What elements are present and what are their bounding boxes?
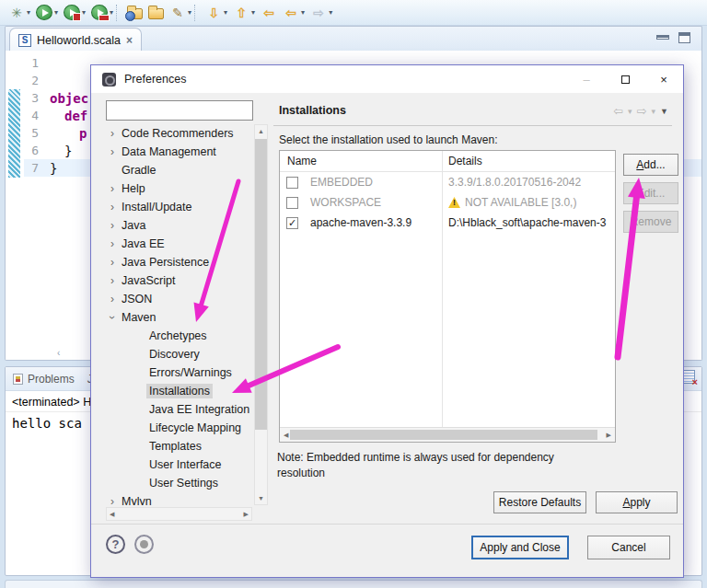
run-icon[interactable] <box>33 2 61 24</box>
tree-item[interactable]: Installations <box>106 382 253 400</box>
column-details[interactable]: Details <box>442 155 482 167</box>
history-forward-caret-icon[interactable]: ▾ <box>652 107 656 116</box>
dropdown-caret-icon[interactable] <box>110 8 113 17</box>
debug-icon[interactable]: ✳ <box>6 2 33 24</box>
scroll-right-icon[interactable]: ▶ <box>244 511 249 518</box>
tree-item[interactable]: JSON <box>106 290 253 308</box>
tree-item[interactable]: Java EE Integration <box>106 400 253 419</box>
history-forward-icon[interactable]: ⇨ <box>637 104 647 118</box>
tree-vertical-scrollbar[interactable]: ▲ ▼ <box>254 124 268 505</box>
tree-item[interactable]: Code Recommenders <box>106 124 253 143</box>
dropdown-caret-icon[interactable] <box>54 8 58 17</box>
scroll-down-icon[interactable]: ▼ <box>258 492 264 504</box>
tree-item[interactable]: Errors/Warnings <box>106 363 253 382</box>
column-name[interactable]: Name <box>280 155 442 167</box>
twistie-icon[interactable] <box>106 237 119 250</box>
dialog-maximize-icon[interactable] <box>606 65 644 93</box>
twistie-icon[interactable] <box>106 274 119 287</box>
footer-separator <box>91 524 683 525</box>
twistie-icon[interactable] <box>106 256 119 269</box>
dropdown-caret-icon[interactable] <box>224 8 227 17</box>
scroll-up-icon[interactable]: ▲ <box>258 125 264 137</box>
twistie-icon[interactable] <box>106 311 119 324</box>
tree-item[interactable]: Java Persistence <box>106 253 253 271</box>
tree-item[interactable]: Help <box>106 179 253 198</box>
tree-item[interactable]: Install/Update <box>106 198 253 216</box>
tree-item[interactable]: Templates <box>106 437 253 455</box>
tree-item[interactable]: Java <box>106 216 253 235</box>
forward-icon[interactable]: ⇨ <box>307 2 335 24</box>
dialog-title-bar[interactable]: Preferences – × <box>91 65 683 93</box>
dropdown-caret-icon[interactable] <box>82 8 86 17</box>
twistie-icon[interactable] <box>106 201 119 213</box>
table-row[interactable]: apache-maven-3.3.9 D:\Hblack_soft\apache… <box>280 213 615 233</box>
twistie-icon[interactable] <box>106 182 119 195</box>
history-back-caret-icon[interactable]: ▾ <box>628 107 632 116</box>
open-folder-icon[interactable] <box>145 2 167 24</box>
problems-icon <box>13 374 23 385</box>
cancel-button[interactable]: Cancel <box>587 536 670 559</box>
dialog-close-icon[interactable]: × <box>644 65 683 93</box>
coverage-icon[interactable] <box>88 2 116 24</box>
scrollbar-thumb[interactable] <box>290 430 597 440</box>
help-icon[interactable]: ? <box>106 535 125 554</box>
twistie-icon[interactable] <box>106 219 119 232</box>
highlighter-icon[interactable]: ✎ <box>167 2 194 24</box>
history-back-icon[interactable]: ⇦ <box>613 104 623 118</box>
dropdown-caret-icon[interactable] <box>27 8 30 17</box>
tree-item[interactable]: Data Management <box>106 143 253 161</box>
tree-item[interactable]: Mylyn <box>106 492 253 505</box>
dialog-minimize-icon: – <box>567 65 606 93</box>
tree-item[interactable]: JavaScript <box>106 271 253 290</box>
checkbox[interactable] <box>286 177 298 189</box>
tree-horizontal-scrollbar[interactable]: ◀ ▶ <box>106 507 252 521</box>
table-row[interactable]: EMBEDDED 3.3.9/1.8.0.20170516-2042 <box>280 172 615 192</box>
tree-item[interactable]: Discovery <box>106 345 253 363</box>
prev-annotation-icon[interactable]: ⇧ <box>230 2 258 24</box>
checkbox[interactable] <box>286 197 298 209</box>
twistie-icon[interactable] <box>106 145 119 158</box>
clear-console-icon[interactable] <box>683 370 695 384</box>
last-edit-location-icon[interactable]: ⇦ <box>258 2 280 24</box>
apply-and-close-button[interactable]: Apply and Close <box>471 536 569 559</box>
twistie-icon[interactable] <box>106 293 119 306</box>
dropdown-caret-icon[interactable] <box>329 8 332 17</box>
next-annotation-icon[interactable]: ⇩ <box>203 2 230 24</box>
tab-helloworld-scala[interactable]: S Helloworld.scala × <box>9 28 142 52</box>
table-horizontal-scrollbar[interactable]: ◀ ▶ <box>280 427 615 442</box>
tree-item[interactable]: User Interface <box>106 455 253 474</box>
dropdown-caret-icon[interactable] <box>301 8 305 17</box>
tab-close-icon[interactable]: × <box>126 34 133 47</box>
minimize-view-icon[interactable] <box>656 35 669 40</box>
dropdown-caret-icon[interactable] <box>251 8 255 17</box>
tree-item[interactable]: Archetypes <box>106 327 253 345</box>
editor-hscroll-arrow-icon[interactable]: ‹ <box>57 348 60 358</box>
tab-problems[interactable]: Problems <box>13 373 75 386</box>
tree-item[interactable]: Maven <box>106 308 253 327</box>
main-toolbar: ✳ ✎ ⇩ ⇧ <box>0 0 707 26</box>
dropdown-caret-icon[interactable] <box>188 8 191 17</box>
tree-item[interactable]: Java EE <box>106 235 253 253</box>
table-row[interactable]: WORKSPACE NOT AVAILABLE [3.0,) <box>280 192 615 213</box>
scroll-right-icon[interactable]: ▶ <box>607 432 611 439</box>
checkbox[interactable] <box>286 217 298 229</box>
scrollbar-thumb[interactable] <box>255 139 267 430</box>
maximize-view-icon[interactable] <box>678 32 690 43</box>
scroll-left-icon[interactable]: ◀ <box>110 511 114 518</box>
tree-item[interactable]: User Settings <box>106 474 253 492</box>
tree-item[interactable]: Lifecycle Mapping <box>106 419 253 437</box>
twistie-icon[interactable] <box>106 127 119 140</box>
add-button[interactable]: Add... <box>623 154 678 176</box>
apply-button[interactable]: Apply <box>596 491 678 513</box>
open-type-icon[interactable] <box>124 2 145 24</box>
preference-recorder-icon[interactable] <box>134 535 154 554</box>
view-menu-icon[interactable]: ▼ <box>660 107 668 116</box>
toolbar-separator <box>194 2 203 24</box>
scroll-left-icon[interactable]: ◀ <box>284 432 288 439</box>
run-as-icon[interactable] <box>61 2 88 24</box>
filter-input[interactable] <box>106 100 253 121</box>
twistie-icon[interactable] <box>106 495 119 505</box>
tree-item[interactable]: Gradle <box>106 161 253 179</box>
back-icon[interactable]: ⇦ <box>280 2 307 24</box>
restore-defaults-button[interactable]: Restore Defaults <box>493 491 586 513</box>
